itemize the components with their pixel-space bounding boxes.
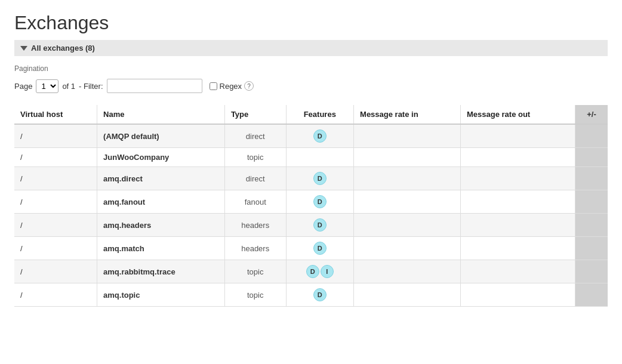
cell-msg-rate-out <box>461 124 575 148</box>
pagination-label: Pagination <box>14 64 608 73</box>
cell-msg-rate-out <box>461 148 575 167</box>
cell-msg-rate-out <box>461 283 575 307</box>
feature-badge: I <box>321 265 334 278</box>
cell-virtual-host: / <box>14 124 97 148</box>
cell-msg-rate-out <box>461 214 575 237</box>
cell-features: D <box>286 167 354 190</box>
cell-msg-rate-out <box>461 190 575 214</box>
page-title: Exchanges <box>14 12 608 34</box>
cell-msg-rate-in <box>354 148 461 167</box>
cell-virtual-host: / <box>14 167 97 190</box>
cell-plus <box>575 124 608 148</box>
cell-name[interactable]: amq.direct <box>97 167 225 190</box>
col-name: Name <box>97 105 225 124</box>
cell-name[interactable]: amq.match <box>97 237 225 260</box>
cell-virtual-host: / <box>14 283 97 307</box>
cell-name[interactable]: amq.headers <box>97 214 225 237</box>
cell-type: topic <box>224 260 286 283</box>
cell-type: fanout <box>224 190 286 214</box>
cell-features: D <box>286 237 354 260</box>
cell-features: DI <box>286 260 354 283</box>
cell-msg-rate-in <box>354 190 461 214</box>
cell-features: D <box>286 190 354 214</box>
help-icon[interactable]: ? <box>244 81 254 91</box>
section-header[interactable]: All exchanges (8) <box>14 40 608 56</box>
feature-badge: D <box>313 242 327 255</box>
cell-virtual-host: / <box>14 190 97 214</box>
cell-plus <box>575 148 608 167</box>
cell-virtual-host: / <box>14 237 97 260</box>
cell-type: direct <box>224 124 286 148</box>
cell-msg-rate-in <box>354 260 461 283</box>
table-header-row: Virtual host Name Type Features Message … <box>14 105 608 124</box>
table-row[interactable]: /JunWooCompanytopic <box>14 148 608 167</box>
cell-name[interactable]: JunWooCompany <box>97 148 225 167</box>
col-plus: +/- <box>575 105 608 124</box>
table-row[interactable]: /amq.matchheadersD <box>14 237 608 260</box>
cell-name[interactable]: amq.topic <box>97 283 225 307</box>
col-msg-rate-in: Message rate in <box>354 105 461 124</box>
regex-checkbox[interactable] <box>210 82 217 90</box>
cell-plus <box>575 190 608 214</box>
cell-type: topic <box>224 148 286 167</box>
regex-container: Regex ? <box>210 81 254 91</box>
cell-virtual-host: / <box>14 260 97 283</box>
cell-plus <box>575 237 608 260</box>
table-row[interactable]: /amq.rabbitmq.tracetopicDI <box>14 260 608 283</box>
feature-badge: D <box>313 218 327 232</box>
table-row[interactable]: /amq.topictopicD <box>14 283 608 307</box>
feature-badge: D <box>313 129 327 143</box>
filter-label: - Filter: <box>79 82 103 91</box>
cell-type: headers <box>224 237 286 260</box>
cell-virtual-host: / <box>14 214 97 237</box>
section-label: All exchanges (8) <box>31 44 95 53</box>
cell-msg-rate-in <box>354 237 461 260</box>
feature-badge: D <box>313 172 327 185</box>
col-features: Features <box>286 105 354 124</box>
cell-type: topic <box>224 283 286 307</box>
table-row[interactable]: /amq.fanoutfanoutD <box>14 190 608 214</box>
cell-virtual-host: / <box>14 148 97 167</box>
cell-msg-rate-out <box>461 167 575 190</box>
cell-name[interactable]: amq.fanout <box>97 190 225 214</box>
regex-label: Regex <box>220 82 242 91</box>
filter-input[interactable] <box>107 79 202 93</box>
feature-badge: D <box>313 195 327 208</box>
cell-features: D <box>286 124 354 148</box>
cell-plus <box>575 283 608 307</box>
of-label: of 1 <box>62 82 75 91</box>
feature-badge: D <box>306 265 319 278</box>
page-select[interactable]: 1 <box>36 79 58 93</box>
table-row[interactable]: /amq.directdirectD <box>14 167 608 190</box>
cell-plus <box>575 260 608 283</box>
cell-name[interactable]: (AMQP default) <box>97 124 225 148</box>
collapse-icon <box>20 46 27 51</box>
pagination-row: Page 1 of 1 - Filter: Regex ? <box>14 79 608 93</box>
page-label: Page <box>14 82 32 91</box>
cell-type: headers <box>224 214 286 237</box>
cell-features: D <box>286 214 354 237</box>
cell-msg-rate-in <box>354 124 461 148</box>
col-msg-rate-out: Message rate out <box>461 105 575 124</box>
exchanges-table: Virtual host Name Type Features Message … <box>14 105 608 307</box>
table-row[interactable]: /amq.headersheadersD <box>14 214 608 237</box>
cell-msg-rate-out <box>461 260 575 283</box>
table-row[interactable]: /(AMQP default)directD <box>14 124 608 148</box>
cell-msg-rate-in <box>354 283 461 307</box>
cell-plus <box>575 214 608 237</box>
cell-msg-rate-out <box>461 237 575 260</box>
cell-features <box>286 148 354 167</box>
cell-name[interactable]: amq.rabbitmq.trace <box>97 260 225 283</box>
col-virtual-host: Virtual host <box>14 105 97 124</box>
cell-features: D <box>286 283 354 307</box>
cell-msg-rate-in <box>354 167 461 190</box>
col-type: Type <box>224 105 286 124</box>
cell-msg-rate-in <box>354 214 461 237</box>
feature-badge: D <box>313 288 327 301</box>
cell-type: direct <box>224 167 286 190</box>
cell-plus <box>575 167 608 190</box>
